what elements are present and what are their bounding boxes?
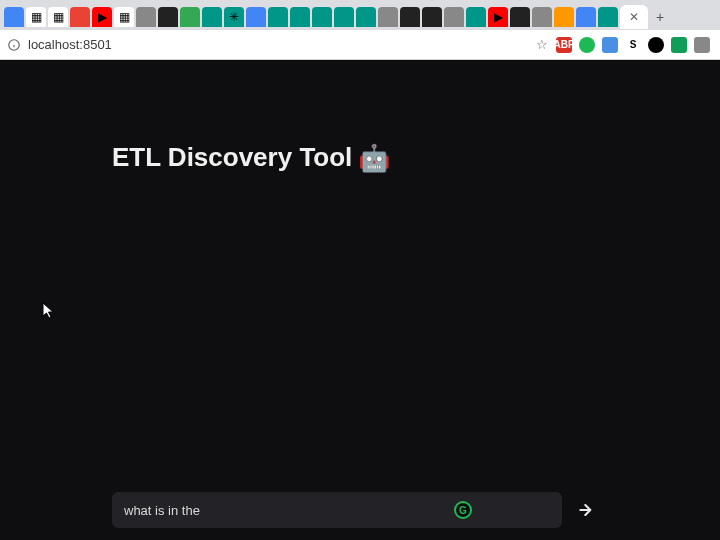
tab-favicon[interactable] <box>70 7 90 27</box>
send-button[interactable] <box>572 495 602 525</box>
extension-icon[interactable]: S <box>625 37 641 53</box>
app-viewport: ETL Discovery Tool 🤖 G <box>0 60 720 540</box>
tab-favicon[interactable]: ✳ <box>224 7 244 27</box>
tab-favicon[interactable] <box>576 7 596 27</box>
tab-favicon[interactable] <box>466 7 486 27</box>
extension-icon[interactable] <box>648 37 664 53</box>
new-tab-button[interactable]: + <box>650 7 670 27</box>
bookmark-star-icon[interactable]: ☆ <box>534 37 550 53</box>
tab-favicon[interactable] <box>554 7 574 27</box>
robot-icon: 🤖 <box>358 145 390 171</box>
tab-favicon[interactable] <box>334 7 354 27</box>
tab-favicon[interactable] <box>378 7 398 27</box>
tab-favicon[interactable] <box>598 7 618 27</box>
abp-extension-icon[interactable]: ABP <box>556 37 572 53</box>
tab-favicon[interactable]: ▶ <box>92 7 112 27</box>
grammarly-indicator-icon[interactable]: G <box>454 501 472 519</box>
tab-favicon[interactable]: ▦ <box>26 7 46 27</box>
site-info-icon[interactable] <box>6 37 22 53</box>
extension-icons: ABP S <box>556 37 714 53</box>
tab-favicon[interactable] <box>268 7 288 27</box>
browser-tab-strip: ▦ ▦ ▶ ▦ ✳ ▶ ✕ + <box>0 0 720 30</box>
tab-favicon[interactable]: ▶ <box>488 7 508 27</box>
tab-favicon[interactable]: ▦ <box>114 7 134 27</box>
tab-favicon[interactable] <box>422 7 442 27</box>
tab-favicon[interactable] <box>4 7 24 27</box>
tab-favicon[interactable] <box>400 7 420 27</box>
tab-favicon[interactable] <box>158 7 178 27</box>
tab-favicon[interactable] <box>356 7 376 27</box>
address-input[interactable] <box>28 37 528 52</box>
tab-favicon[interactable] <box>136 7 156 27</box>
browser-address-bar: ☆ ABP S <box>0 30 720 60</box>
mouse-cursor-icon <box>42 302 56 320</box>
tab-favicon[interactable] <box>202 7 222 27</box>
chat-input-row: G <box>112 492 602 528</box>
extension-icon[interactable] <box>671 37 687 53</box>
extension-icon[interactable] <box>694 37 710 53</box>
chat-input[interactable] <box>112 492 562 528</box>
active-tab[interactable]: ✕ <box>620 5 648 29</box>
tab-favicon[interactable]: ▦ <box>48 7 68 27</box>
page-title-text: ETL Discovery Tool <box>112 142 352 173</box>
tab-favicon[interactable] <box>180 7 200 27</box>
send-icon <box>577 500 597 520</box>
tab-favicon[interactable] <box>510 7 530 27</box>
grammarly-extension-icon[interactable] <box>579 37 595 53</box>
page-title: ETL Discovery Tool 🤖 <box>112 142 390 173</box>
tab-favicon[interactable] <box>312 7 332 27</box>
extension-icon[interactable] <box>602 37 618 53</box>
tab-favicon[interactable] <box>444 7 464 27</box>
tab-favicon[interactable] <box>246 7 266 27</box>
close-icon[interactable]: ✕ <box>629 10 639 24</box>
tab-favicon[interactable] <box>290 7 310 27</box>
tab-favicon[interactable] <box>532 7 552 27</box>
